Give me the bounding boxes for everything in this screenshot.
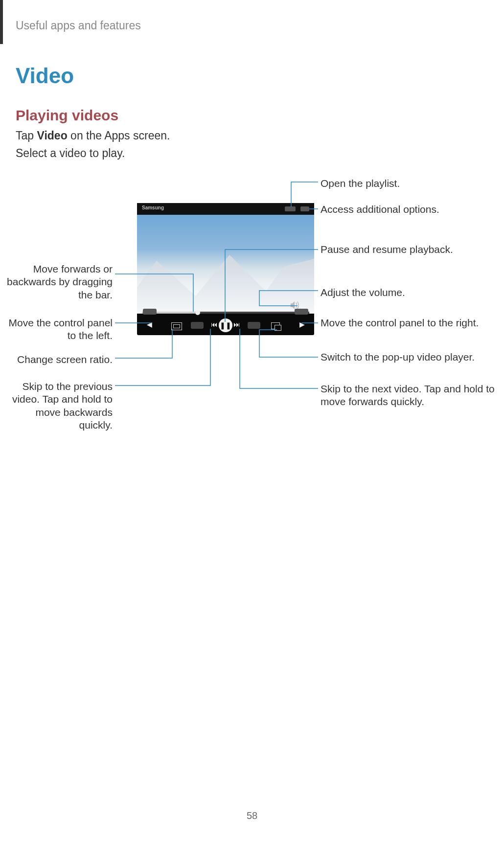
callout-popup: Switch to the pop-up video player. <box>321 351 504 364</box>
move-controls-left-icon[interactable]: ◀ <box>142 320 157 328</box>
body-text-span: Tap <box>16 129 37 142</box>
callout-ratio: Change screen ratio. <box>0 353 113 366</box>
open-playlist-icon[interactable] <box>285 206 296 211</box>
seek-thumb[interactable] <box>195 310 200 315</box>
remaining-time <box>295 309 308 315</box>
elapsed-time <box>143 309 157 315</box>
callout-pause: Pause and resume playback. <box>321 243 504 256</box>
skip-next-icon[interactable]: ⏭ <box>232 320 242 328</box>
more-options-icon[interactable] <box>300 206 309 211</box>
callout-next: Skip to the next video. Tap and hold to … <box>321 383 504 409</box>
seek-bar[interactable] <box>142 312 309 314</box>
subheading: Playing videos <box>16 107 118 124</box>
video-player-panel: Samsung ◀ ⏮ ❚❚ ⏭ <box>137 203 314 335</box>
illustration: Samsung ◀ ⏮ ❚❚ ⏭ <box>0 176 504 431</box>
popup-player-icon[interactable] <box>271 322 280 329</box>
control-bar: ◀ ⏮ ❚❚ ⏭ ▶ <box>142 320 309 332</box>
page-number: 58 <box>0 810 504 821</box>
callout-seek: Move forwards or backwards by dragging t… <box>0 263 113 301</box>
move-controls-right-icon[interactable]: ▶ <box>295 320 309 328</box>
control-placeholder <box>191 322 204 329</box>
body-text: Tap Video on the Apps screen. <box>16 129 170 142</box>
section-header: Useful apps and features <box>16 19 141 32</box>
callout-move-right: Move the control panel to the right. <box>321 317 504 329</box>
page-edge-mark <box>0 0 3 44</box>
callout-playlist: Open the playlist. <box>321 177 504 190</box>
video-viewport <box>137 215 314 314</box>
skip-previous-icon[interactable]: ⏮ <box>209 320 219 328</box>
callout-prev: Skip to the previous video. Tap and hold… <box>0 380 113 432</box>
decorative-mountain <box>250 255 314 314</box>
callout-volume: Adjust the volume. <box>321 286 504 299</box>
body-text-bold: Video <box>37 129 67 142</box>
body-text-span: on the Apps screen. <box>68 129 170 142</box>
video-title: Samsung <box>142 205 164 210</box>
control-placeholder <box>248 322 260 329</box>
player-topbar: Samsung <box>137 203 314 215</box>
body-text: Select a video to play. <box>16 147 125 160</box>
callout-move-left: Move the control panel to the left. <box>0 317 113 342</box>
page-title: Video <box>16 64 74 88</box>
play-pause-icon[interactable]: ❚❚ <box>219 318 232 332</box>
callout-more: Access additional options. <box>321 203 504 216</box>
screen-ratio-icon[interactable] <box>171 322 182 330</box>
